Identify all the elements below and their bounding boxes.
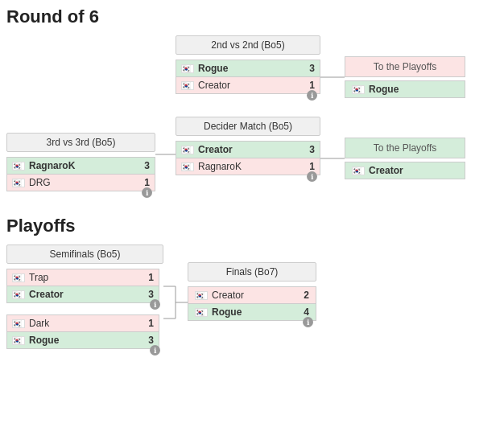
semis-label: Semifinals (Bo5) [6, 245, 163, 264]
semis-g1-team2-score: 3 [144, 289, 154, 300]
match1-info-icon[interactable]: ℹ [307, 90, 317, 101]
match2-result-name: Creator [369, 165, 458, 176]
flag-creator-icon [181, 81, 194, 90]
left1-team2[interactable]: DRG 1 [6, 174, 155, 191]
semis-g2-team1[interactable]: Dark 1 [6, 314, 159, 332]
semis-connector-svg [163, 270, 188, 335]
match1-team2[interactable]: Creator 1 [176, 76, 320, 94]
finals-info-icon[interactable]: ℹ [303, 317, 313, 327]
flag-creator2-icon [181, 146, 194, 154]
flag-rogue3-icon [195, 308, 208, 317]
match2-team2-score: 1 [305, 161, 315, 172]
flag-trap-icon [12, 273, 25, 282]
semis-g1-info-icon[interactable]: ℹ [150, 299, 160, 310]
left1-team1[interactable]: RagnaroK 3 [6, 157, 155, 175]
flag-result1-icon [352, 85, 365, 94]
match1-team2-score: 1 [305, 80, 315, 91]
match2-team2-name: RagnaroK [198, 161, 302, 172]
match1-team1[interactable]: Rogue 3 [176, 60, 320, 77]
semis-g1-team1-score: 1 [144, 272, 154, 283]
semis-group1: Trap 1 Creator 3 ℹ [6, 269, 163, 303]
match2-team1-score: 3 [305, 144, 315, 155]
match1-label: 2nd vs 2nd (Bo5) [176, 35, 320, 55]
semis-g1-team2-name: Creator [29, 289, 141, 300]
finals-team2-score: 4 [300, 306, 309, 318]
semis-g2-team1-score: 1 [144, 318, 154, 329]
semis-g1-team1-name: Trap [29, 272, 141, 283]
flag-creator3-icon [12, 290, 25, 299]
flag-rogue2-icon [12, 336, 25, 345]
finals-team1-name: Creator [212, 290, 296, 301]
match1-team2-name: Creator [198, 80, 302, 91]
left1-label: 3rd vs 3rd (Bo5) [6, 133, 155, 152]
round-of-6-title: Round of 6 [6, 6, 498, 27]
semis-g2-team2[interactable]: Rogue 3 [6, 331, 159, 349]
left-connector [155, 154, 176, 155]
match1-result-name: Rogue [369, 84, 458, 95]
match1-pair: Rogue 3 Creator 1 ℹ [176, 60, 320, 94]
semis-g2-team1-name: Dark [29, 318, 141, 329]
semis-group2: Dark 1 Rogue 3 ℹ [6, 314, 163, 349]
finals-team1[interactable]: Creator 2 [188, 286, 316, 304]
left1-team1-score: 3 [140, 160, 150, 171]
match1-team1-name: Rogue [198, 63, 302, 74]
match2-pair: Creator 3 RagnaroK 1 ℹ [176, 141, 320, 175]
match2-connector [320, 146, 345, 171]
flag-dark-icon [12, 319, 25, 328]
finals-team2[interactable]: Rogue 4 [188, 303, 316, 321]
left1-team1-name: RagnaroK [29, 160, 137, 171]
flag-ragnarok-icon [12, 162, 25, 171]
match2-info-icon[interactable]: ℹ [307, 171, 317, 182]
left1-info-icon[interactable]: ℹ [142, 187, 152, 198]
match2-team2[interactable]: RagnaroK 1 [176, 158, 320, 175]
match1-connector [320, 65, 345, 89]
flag-ragnarok2-icon [181, 162, 194, 171]
match2-team1[interactable]: Creator 3 [176, 141, 320, 158]
flag-drg-icon [12, 179, 25, 187]
match1-team1-score: 3 [305, 63, 315, 74]
flag-result2-icon [352, 166, 365, 175]
semis-g2-info-icon[interactable]: ℹ [150, 345, 160, 356]
match1-result: Rogue [345, 80, 465, 98]
match2-label: Decider Match (Bo5) [176, 117, 320, 136]
playoffs-section: Playoffs Semifinals (Bo5) Trap 1 Creator… [6, 216, 498, 357]
semis-g1-team1[interactable]: Trap 1 [6, 269, 159, 286]
finals-team2-name: Rogue [212, 306, 296, 318]
flag-creator4-icon [195, 291, 208, 300]
left1-pair: RagnaroK 3 DRG 1 ℹ [6, 157, 155, 191]
match2-result: Creator [345, 162, 465, 179]
flag-rogue-icon [181, 64, 194, 73]
round-of-6-section: Round of 6 2nd vs 2nd (Bo5) Rogue 3 Crea… [6, 6, 498, 199]
left1-team2-name: DRG [29, 177, 137, 188]
match1-playoffs-label: To the Playoffs [345, 56, 465, 77]
match2-playoffs-label: To the Playoffs [345, 138, 465, 158]
match2-team1-name: Creator [198, 144, 302, 155]
finals-label: Finals (Bo7) [188, 262, 316, 282]
finals-pair: Creator 2 Rogue 4 ℹ [188, 286, 316, 321]
finals-team1-score: 2 [300, 290, 309, 301]
semis-g2-team2-name: Rogue [29, 335, 141, 346]
playoffs-title: Playoffs [6, 216, 498, 236]
semis-g2-team2-score: 3 [144, 335, 154, 346]
semis-g1-team2[interactable]: Creator 3 [6, 286, 159, 303]
left1-team2-score: 1 [140, 177, 150, 188]
